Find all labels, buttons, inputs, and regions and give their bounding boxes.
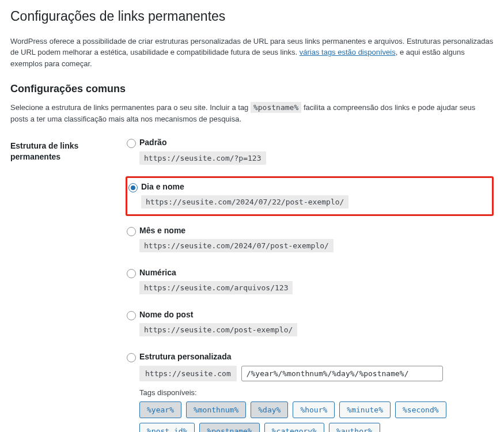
- option-default[interactable]: Padrão https://seusite.com/?p=123: [126, 134, 494, 170]
- option-numeric[interactable]: Numérica https://seusite.com/arquivos/12…: [126, 264, 494, 300]
- tag-button-postname[interactable]: %postname%: [199, 423, 259, 432]
- common-settings-desc: Selecione a estrutura de links permanent…: [10, 102, 494, 124]
- option-default-example: https://seusite.com/?p=123: [139, 151, 266, 165]
- option-day-name-label[interactable]: Dia e nome: [141, 181, 486, 192]
- intro-paragraph: WordPress oferece a possibilidade de cri…: [10, 36, 494, 70]
- custom-structure-input[interactable]: [241, 366, 443, 381]
- radio-day-name[interactable]: [128, 183, 138, 192]
- option-numeric-example: https://seusite.com/arquivos/123: [139, 281, 293, 294]
- radio-post-name[interactable]: [127, 311, 136, 320]
- option-month-name[interactable]: Mês e nome https://seusite.com/2024/07/p…: [126, 222, 494, 258]
- tag-button-category[interactable]: %category%: [264, 423, 324, 432]
- structure-label: Estrutura de links permanentes: [10, 134, 126, 432]
- tag-button-post_id[interactable]: %post_id%: [139, 423, 195, 432]
- common-settings-heading: Configurações comuns: [10, 83, 494, 95]
- radio-numeric[interactable]: [127, 269, 136, 278]
- intro-tags-link[interactable]: várias tags estão disponíveis: [300, 48, 396, 56]
- option-month-name-label[interactable]: Mês e nome: [139, 225, 489, 236]
- tag-button-year[interactable]: %year%: [139, 401, 181, 419]
- common-desc-1: Selecione a estrutura de links permanent…: [10, 103, 251, 112]
- tag-button-day[interactable]: %day%: [251, 401, 288, 419]
- option-post-name-example: https://seusite.com/post-exemplo/: [139, 323, 297, 336]
- radio-custom[interactable]: [127, 353, 136, 362]
- option-default-label[interactable]: Padrão: [139, 137, 489, 147]
- option-month-name-example: https://seusite.com/2024/07/post-exemplo…: [139, 239, 334, 252]
- postname-tag-inline: %postname%: [251, 102, 301, 113]
- tag-button-monthnum[interactable]: %monthnum%: [186, 401, 246, 419]
- option-custom-label[interactable]: Estrutura personalizada: [139, 351, 489, 362]
- radio-default[interactable]: [127, 139, 136, 148]
- tag-button-author[interactable]: %author%: [329, 423, 380, 432]
- option-numeric-label[interactable]: Numérica: [139, 267, 489, 278]
- tag-button-hour[interactable]: %hour%: [293, 401, 335, 419]
- option-post-name-label[interactable]: Nome do post: [139, 309, 489, 320]
- radio-month-name[interactable]: [127, 227, 136, 236]
- option-day-name[interactable]: Dia e nome https://seusite.com/2024/07/2…: [126, 176, 494, 216]
- available-tags-label: Tags disponíveis:: [139, 388, 489, 397]
- option-post-name[interactable]: Nome do post https://seusite.com/post-ex…: [126, 306, 494, 342]
- tag-button-second[interactable]: %second%: [395, 401, 446, 419]
- option-day-name-example: https://seusite.com/2024/07/22/post-exem…: [141, 195, 348, 209]
- option-custom[interactable]: Estrutura personalizada https://seusite.…: [126, 348, 494, 432]
- page-title: Configurações de links permanentes: [10, 8, 494, 25]
- custom-base-url: https://seusite.com: [139, 366, 237, 381]
- available-tags-row: %year%%monthnum%%day%%hour%%minute%%seco…: [139, 401, 489, 432]
- tag-button-minute[interactable]: %minute%: [339, 401, 391, 419]
